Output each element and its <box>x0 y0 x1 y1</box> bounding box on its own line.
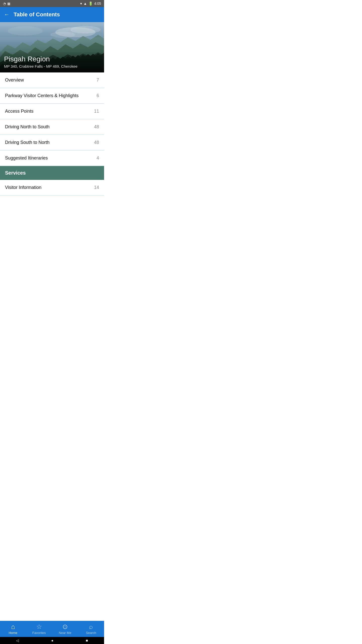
hero-overlay: Pisgah Region MP 340, Crabtree Falls - M… <box>0 51 104 72</box>
status-bar: ◔ ▦ ▾ ▲ 🔋 4:05 <box>0 0 104 7</box>
wifi-icon: ▾ <box>80 2 82 6</box>
status-bar-right: ▾ ▲ 🔋 4:05 <box>80 2 101 6</box>
toc-label-driving-north: Driving North to South <box>5 124 50 130</box>
hero-image: Pisgah Region MP 340, Crabtree Falls - M… <box>0 22 104 72</box>
toc-item-driving-north[interactable]: Driving North to South 48 <box>0 119 104 135</box>
app-header: ← Table of Contents <box>0 7 104 22</box>
toc-label-driving-south: Driving South to North <box>5 140 50 145</box>
status-bar-left: ◔ ▦ <box>3 2 10 6</box>
toc-item-visitor-centers[interactable]: Parkway Visitor Centers & Highlights 6 <box>0 88 104 104</box>
toc-label-overview: Overview <box>5 77 24 83</box>
toc-label-visitor-info: Visitor Information <box>5 185 41 190</box>
toc-item-driving-south[interactable]: Driving South to North 48 <box>0 135 104 150</box>
battery-icon: 🔋 <box>88 2 93 6</box>
toc-item-overview[interactable]: Overview 7 <box>0 72 104 88</box>
services-label: Services <box>5 170 26 176</box>
toc-page-access-points: 11 <box>94 109 99 114</box>
toc-page-visitor-centers: 6 <box>97 93 99 98</box>
hero-title: Pisgah Region <box>4 55 100 63</box>
toc-list: Overview 7 Parkway Visitor Centers & Hig… <box>0 72 104 195</box>
toc-item-access-points[interactable]: Access Points 11 <box>0 104 104 119</box>
toc-page-visitor-info: 14 <box>94 185 99 190</box>
page-title: Table of Contents <box>14 11 60 18</box>
time-display: 4:05 <box>94 2 101 6</box>
toc-page-overview: 7 <box>97 77 99 83</box>
toc-page-itineraries: 4 <box>97 155 99 161</box>
services-section-header: Services <box>0 166 104 180</box>
hero-subtitle: MP 340, Crabtree Falls - MP 469, Cheroke… <box>4 64 100 68</box>
main-content: Pisgah Region MP 340, Crabtree Falls - M… <box>0 22 104 219</box>
toc-label-visitor-centers: Parkway Visitor Centers & Highlights <box>5 93 79 98</box>
toc-label-itineraries: Suggested Itineraries <box>5 155 48 161</box>
toc-label-access-points: Access Points <box>5 109 33 114</box>
sim-icon: ▦ <box>7 2 10 6</box>
clock-icon: ◔ <box>3 2 6 6</box>
signal-icon: ▲ <box>83 2 87 6</box>
toc-page-driving-south: 48 <box>94 140 99 145</box>
toc-item-visitor-info[interactable]: Visitor Information 14 <box>0 180 104 195</box>
toc-page-driving-north: 48 <box>94 124 99 130</box>
back-button[interactable]: ← <box>4 11 10 18</box>
toc-item-itineraries[interactable]: Suggested Itineraries 4 <box>0 150 104 166</box>
